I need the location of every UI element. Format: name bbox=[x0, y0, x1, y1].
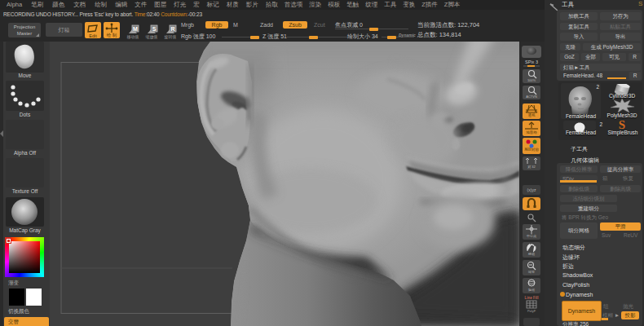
svg-text:M: M bbox=[133, 26, 138, 32]
svg-text:S: S bbox=[152, 26, 157, 32]
svg-text:R: R bbox=[170, 26, 174, 32]
